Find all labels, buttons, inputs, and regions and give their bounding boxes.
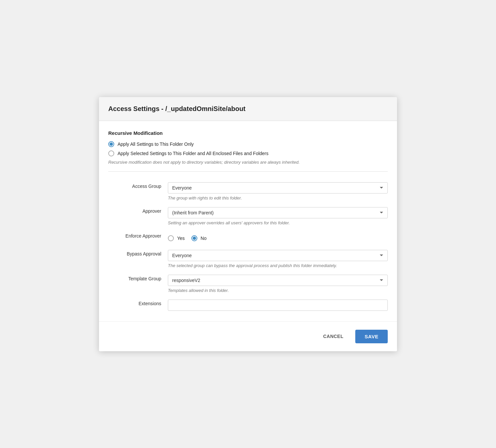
access-settings-dialog: Access Settings - /_updatedOmniSite/abou… — [99, 97, 397, 351]
enforce-yes-label[interactable]: Yes — [168, 235, 185, 241]
template-group-hint: Templates allowed in this folder. — [168, 288, 388, 293]
recursive-radio-group: Apply All Settings to This Folder Only A… — [108, 141, 388, 156]
recursive-hint: Recursive modification does not apply to… — [108, 160, 388, 165]
dialog-body: Recursive Modification Apply All Setting… — [99, 121, 397, 313]
bypass-approval-wrapper: Everyone Administrators None The selecte… — [168, 247, 388, 272]
bypass-approval-select[interactable]: Everyone Administrators None — [168, 250, 388, 261]
bypass-approval-hint: The selected group can bypass the approv… — [168, 263, 388, 268]
template-group-select[interactable]: responsiveV2 default mobile — [168, 275, 388, 286]
template-group-label: Template Group — [108, 272, 168, 297]
enforce-approver-label: Enforce Approver — [108, 229, 168, 247]
enforce-approver-controls: Yes No — [168, 232, 388, 245]
access-group-select[interactable]: Everyone Administrators Authors — [168, 182, 388, 194]
enforce-no-text: No — [201, 236, 207, 241]
access-group-label: Access Group — [108, 180, 168, 204]
cancel-button[interactable]: CANCEL — [317, 330, 350, 342]
dialog-footer: CANCEL SAVE — [99, 321, 397, 351]
option1-radio[interactable] — [108, 141, 114, 147]
access-group-wrapper: Everyone Administrators Authors The grou… — [168, 180, 388, 204]
dialog-title: Access Settings - /_updatedOmniSite/abou… — [108, 105, 388, 113]
extensions-label: Extensions — [108, 297, 168, 313]
section-title: Recursive Modification — [108, 130, 388, 136]
option1-label[interactable]: Apply All Settings to This Folder Only — [108, 141, 388, 147]
approver-select[interactable]: (Inherit from Parent) None Admin — [168, 207, 388, 218]
option2-text: Apply Selected Settings to This Folder a… — [118, 151, 269, 156]
enforce-approver-wrapper: Yes No — [168, 229, 388, 247]
enforce-no-radio[interactable] — [191, 235, 197, 241]
section-divider — [108, 171, 388, 172]
access-group-hint: The group with rights to edit this folde… — [168, 196, 388, 200]
option2-label[interactable]: Apply Selected Settings to This Folder a… — [108, 150, 388, 156]
form-grid: Access Group Everyone Administrators Aut… — [108, 180, 388, 313]
template-group-wrapper: responsiveV2 default mobile Templates al… — [168, 272, 388, 297]
approver-hint: Setting an approver overrides all users'… — [168, 220, 388, 225]
enforce-yes-text: Yes — [177, 236, 185, 241]
bypass-approval-label: Bypass Approval — [108, 247, 168, 272]
option1-text: Apply All Settings to This Folder Only — [118, 141, 194, 147]
recursive-modification-section: Recursive Modification Apply All Setting… — [108, 130, 388, 165]
approver-label: Approver — [108, 204, 168, 229]
save-button[interactable]: SAVE — [355, 330, 388, 343]
enforce-no-label[interactable]: No — [191, 235, 207, 241]
dialog-header: Access Settings - /_updatedOmniSite/abou… — [99, 97, 397, 121]
extensions-input[interactable] — [168, 300, 388, 311]
option2-radio[interactable] — [108, 150, 114, 156]
approver-wrapper: (Inherit from Parent) None Admin Setting… — [168, 204, 388, 229]
enforce-yes-radio[interactable] — [168, 235, 174, 241]
extensions-wrapper — [168, 297, 388, 313]
